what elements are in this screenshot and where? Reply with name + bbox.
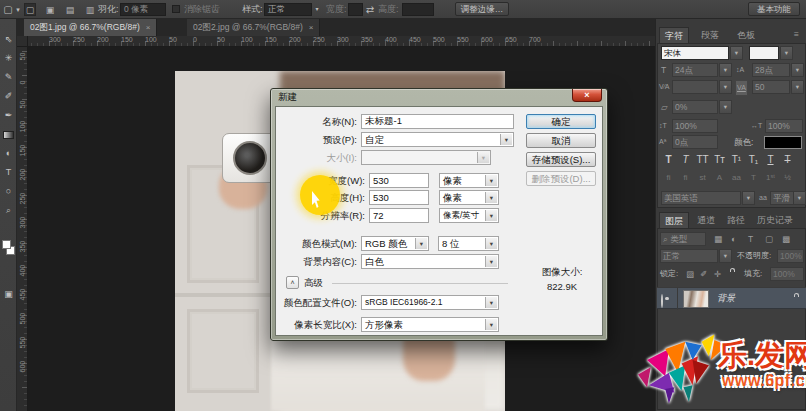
width-input[interactable] bbox=[369, 173, 429, 188]
layer-thumbnail[interactable] bbox=[683, 290, 709, 308]
chevron-down-icon[interactable]: ▾ bbox=[485, 192, 497, 203]
tool-preset-icon[interactable]: ▢ bbox=[2, 0, 14, 19]
chevron-down-icon[interactable]: ▾ bbox=[485, 238, 497, 249]
color-mode-dropdown[interactable]: RGB 颜色▾ bbox=[361, 236, 429, 251]
tab-layers[interactable]: 图层 bbox=[659, 212, 689, 228]
blur-tool-icon[interactable]: ◐ bbox=[0, 146, 17, 161]
layer-name[interactable]: 背景 bbox=[717, 292, 735, 305]
vertical-scale-field[interactable]: 100% bbox=[672, 119, 718, 133]
chevron-down-icon[interactable]: ▾ bbox=[485, 175, 497, 186]
chevron-down-icon[interactable]: ▾ bbox=[14, 0, 22, 19]
filter-pixel-layers-icon[interactable]: ▦ bbox=[714, 232, 722, 246]
quick-selection-tool-icon[interactable]: ✳ bbox=[0, 51, 17, 66]
underline-icon[interactable]: T bbox=[763, 153, 778, 167]
all-caps-icon[interactable]: TT bbox=[695, 153, 710, 167]
antialias-checkbox[interactable] bbox=[172, 5, 180, 13]
color-profile-dropdown[interactable]: sRGB IEC61966-2.1▾ bbox=[361, 295, 499, 310]
type-tool-icon[interactable]: T bbox=[0, 165, 17, 180]
ok-button[interactable]: 确定 bbox=[526, 114, 596, 129]
anti-alias-dropdown[interactable]: 平滑 bbox=[770, 191, 794, 205]
tab-history[interactable]: 历史记录 bbox=[752, 212, 798, 228]
name-input[interactable] bbox=[361, 114, 514, 129]
height-input[interactable] bbox=[369, 190, 429, 205]
width-input[interactable] bbox=[348, 3, 363, 16]
dialog-title[interactable]: 新建 bbox=[278, 91, 297, 104]
text-color-swatch[interactable] bbox=[764, 136, 802, 149]
lock-position-icon[interactable]: ✛ bbox=[714, 267, 721, 281]
faux-bold-icon[interactable]: T bbox=[661, 153, 676, 167]
chevron-down-icon[interactable]: ▾ bbox=[485, 297, 497, 308]
leading-field[interactable]: 28点 bbox=[752, 63, 790, 77]
new-selection-mode-icon[interactable]: ▢ bbox=[24, 3, 36, 16]
layer-visibility-eye-icon[interactable] bbox=[661, 294, 663, 308]
workspace-switcher-button[interactable]: 基本功能 bbox=[748, 2, 800, 16]
chevron-down-icon[interactable]: ▾ bbox=[719, 249, 732, 263]
zoom-tool-icon[interactable]: ⌕ bbox=[0, 203, 17, 218]
add-selection-mode-icon[interactable]: ▣ bbox=[44, 3, 56, 16]
opacity-field[interactable]: 100% bbox=[777, 249, 804, 263]
chevron-down-icon[interactable]: ▾ bbox=[719, 80, 732, 94]
language-dropdown[interactable]: 美国英语 bbox=[661, 191, 741, 205]
lock-transparency-icon[interactable]: ▨ bbox=[686, 267, 694, 281]
font-family-input[interactable]: 宋体 bbox=[661, 46, 729, 60]
preset-dropdown[interactable]: 自定▾ bbox=[361, 132, 514, 147]
chevron-down-icon[interactable]: ▾ bbox=[415, 238, 427, 249]
tab-channels[interactable]: 通道 bbox=[692, 212, 720, 228]
chevron-down-icon[interactable]: ▾ bbox=[791, 80, 804, 94]
blend-mode-dropdown[interactable]: 正常 bbox=[660, 249, 718, 263]
resolution-unit-dropdown[interactable]: 像素/英寸▾ bbox=[439, 208, 499, 223]
close-icon[interactable]: × bbox=[146, 23, 151, 32]
move-tool-icon[interactable]: ⇖ bbox=[0, 32, 17, 47]
tab-swatches[interactable]: 色板 bbox=[732, 27, 760, 43]
chevron-down-icon[interactable]: ▾ bbox=[500, 134, 512, 145]
gradient-tool-icon[interactable] bbox=[3, 131, 14, 139]
filter-smart-objects-icon[interactable]: ▩ bbox=[782, 232, 790, 246]
save-preset-button[interactable]: 存储预设(S)... bbox=[526, 152, 596, 167]
layer-row-background[interactable]: 背景 bbox=[657, 287, 806, 309]
subscript-icon[interactable]: T₁ bbox=[746, 153, 761, 167]
chevron-down-icon[interactable]: ▾ bbox=[485, 256, 497, 267]
close-button[interactable]: × bbox=[572, 89, 602, 102]
document-tab-2[interactable]: 02图2.jpg @ 66.7%(RGB/8#)× bbox=[187, 19, 320, 36]
close-icon[interactable]: × bbox=[309, 23, 314, 32]
lock-pixels-icon[interactable]: ✐ bbox=[700, 267, 707, 281]
style-dropdown[interactable]: 正常 bbox=[264, 3, 312, 16]
chevron-down-icon[interactable]: ▾ bbox=[742, 191, 755, 205]
tab-character[interactable]: 字符 bbox=[659, 27, 689, 43]
height-unit-dropdown[interactable]: 像素▾ bbox=[439, 190, 499, 205]
tab-paragraph[interactable]: 段落 bbox=[696, 27, 724, 43]
shape-tool-icon[interactable]: ○ bbox=[0, 184, 17, 199]
horizontal-ruler[interactable]: 3002502001501005005010015020025030035040… bbox=[17, 36, 655, 47]
intersect-selection-mode-icon[interactable]: ▥ bbox=[84, 3, 96, 16]
screen-mode-icon[interactable]: ▣ bbox=[0, 287, 17, 302]
pen-tool-icon[interactable]: ✒ bbox=[0, 108, 17, 123]
background-contents-dropdown[interactable]: 白色▾ bbox=[361, 254, 499, 269]
chevron-down-icon[interactable]: ▾ bbox=[780, 46, 793, 60]
resolution-input[interactable] bbox=[369, 208, 429, 223]
vertical-ruler[interactable]: 50050100150200250300350400450500550600 bbox=[17, 47, 28, 411]
width-unit-dropdown[interactable]: 像素▾ bbox=[439, 173, 499, 188]
horizontal-scale-field[interactable]: 100% bbox=[765, 119, 803, 133]
bit-depth-dropdown[interactable]: 8 位▾ bbox=[438, 236, 499, 251]
proportional-spacing-field[interactable]: 0% bbox=[672, 100, 718, 114]
advanced-collapse-icon[interactable]: ˄ bbox=[286, 276, 299, 289]
baseline-shift-field[interactable]: 0点 bbox=[672, 135, 718, 149]
panel-menu-icon[interactable]: ≡ bbox=[794, 27, 799, 41]
tracking-field[interactable]: 50 bbox=[752, 80, 790, 94]
chevron-down-icon[interactable]: ▾ bbox=[793, 191, 806, 205]
filter-adjustment-layers-icon[interactable]: ◐ bbox=[731, 232, 736, 246]
chevron-down-icon[interactable]: ▾ bbox=[719, 100, 732, 114]
pixel-aspect-dropdown[interactable]: 方形像素▾ bbox=[361, 317, 499, 332]
filter-type-layers-icon[interactable]: T bbox=[748, 232, 753, 246]
layer-filter-dropdown[interactable]: ⌕ 类型 bbox=[660, 232, 706, 246]
chevron-down-icon[interactable]: ▾ bbox=[485, 210, 497, 221]
brush-tool-icon[interactable]: ✐ bbox=[0, 89, 17, 104]
chevron-down-icon[interactable]: ▾ bbox=[719, 63, 732, 77]
height-input[interactable] bbox=[402, 3, 434, 16]
chevron-down-icon[interactable]: ▾ bbox=[313, 0, 321, 19]
chevron-down-icon[interactable]: ▾ bbox=[791, 63, 804, 77]
swap-dimensions-icon[interactable]: ⇄ bbox=[364, 0, 376, 19]
tab-paths[interactable]: 路径 bbox=[722, 212, 750, 228]
kerning-field[interactable] bbox=[672, 80, 718, 94]
chevron-down-icon[interactable]: ▾ bbox=[485, 319, 497, 330]
